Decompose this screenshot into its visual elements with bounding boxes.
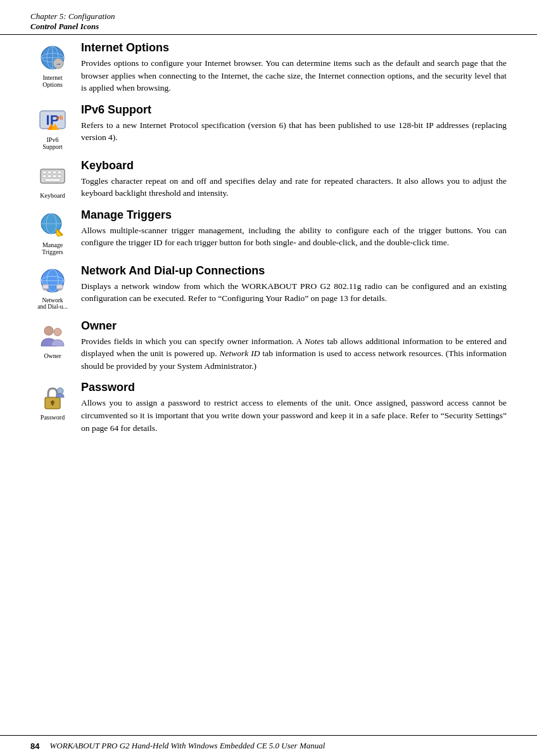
icon-password: Password (30, 382, 75, 421)
icon-manage-triggers: ManageTriggers (30, 210, 75, 255)
list-item: Keyboard Keyboard Toggles character repe… (30, 159, 507, 202)
svg-rect-16 (58, 171, 61, 174)
list-item: Owner Owner Provides fields in which you… (30, 319, 507, 375)
icon-network-dialup: Networkand Dial-u... (30, 266, 75, 311)
svg-rect-20 (58, 175, 61, 177)
footer-text: WORKABOUT PRO G2 Hand-Held With Windows … (49, 741, 325, 751)
svg-rect-31 (42, 285, 49, 289)
item-title-keyboard: Keyboard (81, 159, 507, 172)
svg-point-36 (54, 328, 61, 336)
item-desc-keyboard: Toggles character repeat on and off and … (81, 175, 507, 200)
svg-point-35 (44, 326, 53, 335)
page-header: Chapter 5: Configuration Control Panel I… (0, 0, 537, 35)
list-item: ManageTriggers Manage Triggers Allows mu… (30, 208, 507, 258)
item-title-internet-options: Internet Options (81, 41, 507, 54)
main-content: → InternetOptions Internet Options Provi… (0, 35, 537, 468)
item-desc-network-dialup: Displays a network window from which the… (81, 280, 507, 305)
item-title-ipv6: IPv6 Support (81, 103, 507, 117)
icon-keyboard: Keyboard (30, 160, 75, 199)
list-item: Networkand Dial-u... Network And Dial-up… (30, 264, 507, 313)
item-title-network-dialup: Network And Dial-up Connections (81, 264, 507, 278)
page-footer: 84 WORKABOUT PRO G2 Hand-Held With Windo… (0, 735, 537, 756)
item-title-password: Password (81, 381, 507, 394)
item-body-internet-options: Internet Options Provides options to con… (81, 41, 507, 94)
item-body-password: Password Allows you to assign a password… (81, 381, 507, 434)
icon-label-internet-options: InternetOptions (42, 74, 63, 88)
item-desc-password: Allows you to assign a password to restr… (81, 397, 507, 434)
svg-rect-32 (44, 289, 47, 290)
item-body-manage-triggers: Manage Triggers Allows multiple-scanner … (81, 208, 507, 249)
icon-label-ipv6: IPv6Support (42, 136, 63, 150)
list-item: → InternetOptions Internet Options Provi… (30, 41, 507, 97)
svg-rect-15 (53, 171, 56, 174)
footer-page-number: 84 (30, 741, 39, 751)
item-title-owner: Owner (81, 319, 507, 333)
item-body-ipv6: IPv6 Support Refers to a new Internet Pr… (81, 103, 507, 144)
item-desc-owner: Provides fields in which you can specify… (81, 335, 507, 373)
icon-label-password: Password (41, 414, 65, 421)
icon-ipv6: IP v6 IPv6Support (30, 105, 75, 150)
section-title: Control Panel Icons (30, 22, 507, 32)
item-body-keyboard: Keyboard Toggles character repeat on and… (81, 159, 507, 200)
svg-rect-14 (47, 171, 51, 174)
svg-rect-19 (53, 175, 56, 177)
svg-text:v6: v6 (56, 113, 64, 121)
item-body-owner: Owner Provides fields in which you can s… (81, 319, 507, 373)
icon-label-manage-triggers: ManageTriggers (42, 241, 63, 255)
item-body-network-dialup: Network And Dial-up Connections Displays… (81, 264, 507, 305)
svg-rect-34 (58, 289, 61, 290)
icon-owner: Owner (30, 321, 75, 359)
svg-rect-21 (45, 179, 60, 181)
icon-label-network-dialup: Networkand Dial-u... (37, 297, 68, 311)
svg-rect-33 (56, 285, 63, 289)
item-desc-internet-options: Provides options to configure your Inter… (81, 57, 507, 94)
svg-text:→: → (55, 60, 61, 67)
svg-rect-13 (42, 171, 46, 174)
item-desc-manage-triggers: Allows multiple-scanner trigger manageme… (81, 224, 507, 249)
list-item: IP v6 IPv6Support IPv6 Support Refers to… (30, 103, 507, 153)
icon-internet-options: → InternetOptions (30, 42, 75, 88)
list-item: Password Password Allows you to assign a… (30, 381, 507, 437)
icon-label-owner: Owner (44, 352, 61, 359)
svg-rect-39 (52, 402, 54, 406)
svg-rect-18 (47, 175, 51, 177)
item-desc-ipv6: Refers to a new Internet Protocol specif… (81, 119, 507, 144)
chapter-title: Chapter 5: Configuration (30, 11, 507, 22)
icon-label-keyboard: Keyboard (40, 192, 65, 199)
svg-rect-17 (42, 175, 46, 177)
item-title-manage-triggers: Manage Triggers (81, 208, 507, 222)
